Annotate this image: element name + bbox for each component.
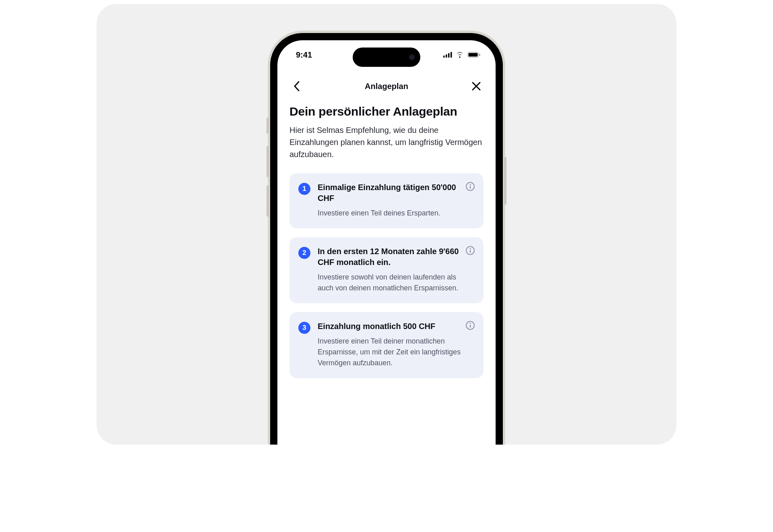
page-subtitle: Hier ist Selmas Empfehlung, wie du deine… bbox=[289, 124, 484, 160]
nav-title: Anlageplan bbox=[365, 82, 408, 91]
svg-rect-0 bbox=[443, 56, 445, 58]
svg-rect-1 bbox=[446, 54, 447, 58]
info-button[interactable] bbox=[465, 245, 475, 256]
step-description: Investiere einen Teil deines Ersparten. bbox=[318, 208, 461, 219]
status-bar: 9:41 bbox=[277, 40, 496, 69]
svg-rect-2 bbox=[448, 53, 450, 58]
svg-rect-3 bbox=[451, 52, 452, 58]
volume-down-button bbox=[267, 185, 269, 217]
mute-switch bbox=[267, 118, 269, 134]
step-number-badge: 2 bbox=[298, 247, 310, 259]
step-title: Einzahlung monatlich 500 CHF bbox=[318, 321, 461, 332]
step-card: 3 Einzahlung monatlich 500 CHF Investier… bbox=[289, 312, 484, 378]
battery-icon bbox=[467, 52, 480, 58]
close-button[interactable] bbox=[469, 79, 484, 93]
status-indicators bbox=[443, 52, 480, 58]
close-icon bbox=[472, 82, 481, 91]
wifi-icon bbox=[455, 52, 464, 58]
status-time: 9:41 bbox=[296, 50, 312, 60]
svg-rect-6 bbox=[479, 54, 480, 56]
svg-rect-15 bbox=[470, 325, 471, 328]
volume-up-button bbox=[267, 146, 269, 177]
page-title: Dein persönlicher Anlageplan bbox=[289, 105, 484, 118]
power-button bbox=[504, 157, 506, 205]
info-icon bbox=[465, 321, 475, 330]
chevron-left-icon bbox=[293, 81, 300, 91]
svg-rect-12 bbox=[470, 250, 471, 253]
phone-frame: 9:41 bbox=[268, 31, 505, 445]
nav-bar: Anlageplan bbox=[277, 75, 496, 97]
back-button[interactable] bbox=[289, 79, 304, 93]
step-title: Einmalige Einzahlung tätigen 50'000 CHF bbox=[318, 182, 461, 204]
step-title: In den ersten 12 Monaten zahle 9'660 CHF… bbox=[318, 246, 461, 268]
step-description: Investiere einen Teil deiner monatlichen… bbox=[318, 336, 461, 368]
info-icon bbox=[465, 246, 475, 255]
step-card: 2 In den ersten 12 Monaten zahle 9'660 C… bbox=[289, 237, 484, 303]
info-button[interactable] bbox=[465, 320, 475, 331]
phone-bezel: 9:41 bbox=[270, 33, 503, 445]
stage: 9:41 bbox=[97, 4, 676, 445]
step-number-badge: 3 bbox=[298, 322, 310, 334]
step-list: 1 Einmalige Einzahlung tätigen 50'000 CH… bbox=[289, 173, 484, 378]
svg-rect-9 bbox=[470, 186, 471, 189]
svg-point-14 bbox=[470, 323, 471, 324]
content: Dein persönlicher Anlageplan Hier ist Se… bbox=[277, 105, 496, 445]
info-icon bbox=[465, 182, 475, 191]
step-number-badge: 1 bbox=[298, 183, 310, 195]
cellular-icon bbox=[443, 52, 452, 58]
info-button[interactable] bbox=[465, 181, 475, 192]
step-description: Investiere sowohl von deinen laufenden a… bbox=[318, 272, 461, 294]
screen: 9:41 bbox=[277, 40, 496, 445]
step-card: 1 Einmalige Einzahlung tätigen 50'000 CH… bbox=[289, 173, 484, 228]
svg-point-8 bbox=[470, 184, 471, 185]
svg-rect-5 bbox=[469, 53, 478, 57]
svg-point-11 bbox=[470, 248, 471, 249]
